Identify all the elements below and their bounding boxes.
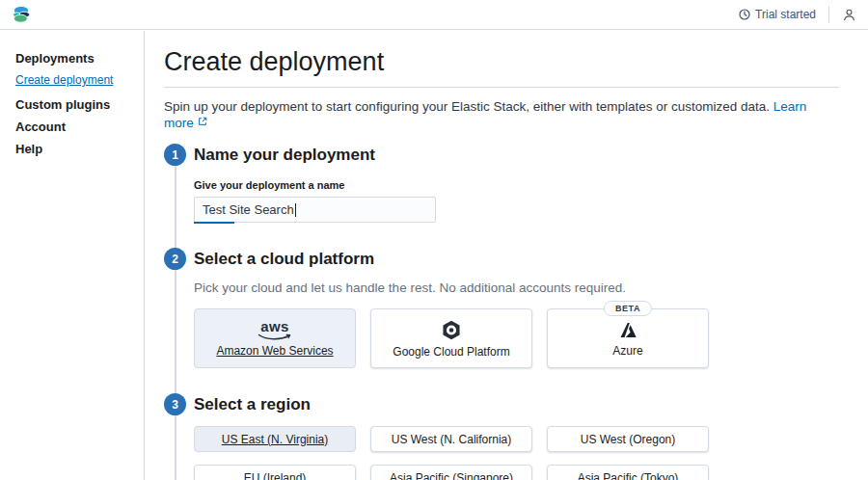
region-grid: US East (N. Virginia) US West (N. Califo… xyxy=(194,426,839,480)
step-2-description: Pick your cloud and let us handle the re… xyxy=(194,280,839,296)
region-label: Asia Pacific (Tokyo) xyxy=(578,471,679,480)
input-focus-line xyxy=(194,222,234,224)
gcp-icon xyxy=(439,318,464,342)
aws-smile-icon xyxy=(257,333,293,341)
region-label: Asia Pacific (Singapore) xyxy=(390,471,513,480)
intro-copy: Spin up your deployment to start configu… xyxy=(164,99,770,114)
step-cloud-platform: 2 Select a cloud platform Pick your clou… xyxy=(164,248,839,368)
platform-label-aws: Amazon Web Services xyxy=(216,345,333,358)
deployment-name-value: Test Site Search xyxy=(203,202,294,217)
region-label: EU (Ireland) xyxy=(244,471,307,480)
sidebar-item-create-deployment[interactable]: Create deployment xyxy=(15,74,128,87)
step-2-number: 2 xyxy=(164,248,186,270)
azure-beta-badge: BETA xyxy=(604,301,652,316)
platform-card-azure[interactable]: BETA Azure xyxy=(547,308,709,368)
sidebar-item-account[interactable]: Account xyxy=(15,120,128,133)
main-content: Create deployment Spin up your deploymen… xyxy=(146,31,868,480)
intro-text: Spin up your deployment to start configu… xyxy=(164,98,839,131)
trial-started-label: Trial started xyxy=(755,8,816,21)
region-button-ap-tokyo[interactable]: Asia Pacific (Tokyo) xyxy=(547,465,709,480)
region-button-us-west-california[interactable]: US West (N. California) xyxy=(370,426,532,452)
deployment-name-input[interactable]: Test Site Search xyxy=(194,197,436,223)
sidebar-nav: Deployments Create deployment Custom plu… xyxy=(0,31,145,480)
step-3-number: 3 xyxy=(164,393,186,415)
clock-icon xyxy=(739,9,750,20)
region-button-ap-singapore[interactable]: Asia Pacific (Singapore) xyxy=(370,465,532,480)
step-2-title: Select a cloud platform xyxy=(194,251,839,268)
aws-logo-text: aws xyxy=(260,320,288,333)
region-button-us-east[interactable]: US East (N. Virginia) xyxy=(194,426,356,452)
region-button-eu-ireland[interactable]: EU (Ireland) xyxy=(194,465,356,480)
platform-card-gcp[interactable]: Google Cloud Platform xyxy=(370,308,532,368)
region-label: US East (N. Virginia) xyxy=(222,433,328,446)
title-divider xyxy=(164,87,839,88)
region-button-us-west-oregon[interactable]: US West (Oregon) xyxy=(547,426,709,452)
elastic-logo[interactable] xyxy=(12,4,33,25)
external-link-icon xyxy=(198,117,207,126)
step-region: 3 Select a region US East (N. Virginia) … xyxy=(164,393,839,480)
region-label: US West (Oregon) xyxy=(581,433,675,446)
deployment-steps: 1 Name your deployment Give your deploym… xyxy=(164,144,839,480)
aws-logo: aws xyxy=(257,320,293,341)
page-title: Create deployment xyxy=(164,47,839,77)
step-3-title: Select a region xyxy=(194,396,839,413)
azure-icon xyxy=(617,320,639,341)
platform-label-azure: Azure xyxy=(612,345,642,358)
platform-card-aws[interactable]: aws Amazon Web Services xyxy=(194,308,356,368)
sidebar-item-custom-plugins[interactable]: Custom plugins xyxy=(15,98,128,111)
trial-started-link[interactable]: Trial started xyxy=(739,8,816,21)
region-label: US West (N. California) xyxy=(392,433,511,446)
sidebar-item-help[interactable]: Help xyxy=(15,143,128,155)
deployment-name-label: Give your deployment a name xyxy=(194,179,839,191)
topbar-divider xyxy=(828,6,829,23)
sidebar-item-deployments[interactable]: Deployments xyxy=(15,52,128,65)
step-1-title: Name your deployment xyxy=(194,147,839,164)
top-bar: Trial started xyxy=(0,0,868,30)
user-icon[interactable] xyxy=(842,8,856,22)
text-cursor xyxy=(295,203,296,217)
step-1-number: 1 xyxy=(164,144,186,166)
platform-label-gcp: Google Cloud Platform xyxy=(393,346,509,359)
platform-cards: aws Amazon Web Services xyxy=(194,308,839,368)
step-name-deployment: 1 Name your deployment Give your deploym… xyxy=(164,144,839,223)
